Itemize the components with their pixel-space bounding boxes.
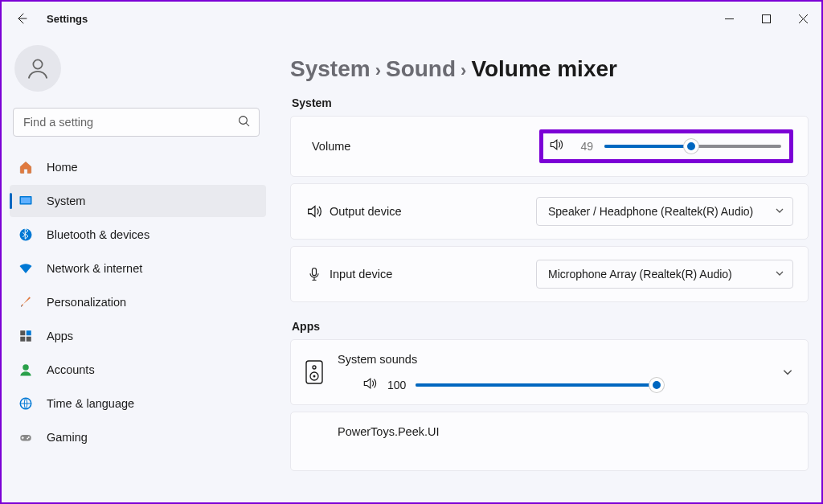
nav-label: Personalization bbox=[47, 296, 126, 309]
globe-icon bbox=[18, 395, 34, 412]
svg-rect-0 bbox=[762, 14, 770, 23]
volume-label: Volume bbox=[312, 140, 350, 153]
volume-slider[interactable] bbox=[604, 145, 781, 148]
apps-icon bbox=[18, 328, 34, 344]
body: Home System Bluetooth & devices Network … bbox=[2, 35, 821, 502]
chevron-down-icon bbox=[775, 268, 784, 281]
section-heading-system: System bbox=[292, 96, 809, 109]
volume-slider-highlight: 49 bbox=[539, 129, 793, 163]
output-device-label: Output device bbox=[330, 205, 401, 218]
chevron-down-icon bbox=[775, 205, 784, 218]
svg-rect-9 bbox=[27, 337, 31, 342]
nav-label: Accounts bbox=[47, 363, 95, 376]
back-button[interactable] bbox=[13, 10, 31, 27]
app-body: PowerToys.Peek.UI bbox=[338, 425, 793, 438]
breadcrumb-sound[interactable]: Sound bbox=[386, 56, 456, 82]
input-device-selected: Microphone Array (Realtek(R) Audio) bbox=[548, 268, 732, 281]
search-icon bbox=[237, 114, 252, 132]
input-device-dropdown[interactable]: Microphone Array (Realtek(R) Audio) bbox=[536, 260, 793, 289]
window-controls bbox=[710, 6, 821, 31]
search-input[interactable] bbox=[13, 108, 260, 137]
output-device-selected: Speaker / Headphone (Realtek(R) Audio) bbox=[548, 205, 753, 218]
sidebar: Home System Bluetooth & devices Network … bbox=[2, 35, 271, 502]
nav-list: Home System Bluetooth & devices Network … bbox=[10, 151, 266, 453]
svg-point-10 bbox=[23, 364, 29, 371]
app-volume-slider[interactable] bbox=[416, 383, 657, 387]
nav-label: System bbox=[47, 195, 85, 207]
breadcrumb-system[interactable]: System bbox=[290, 56, 371, 82]
speaker-icon[interactable] bbox=[362, 375, 378, 395]
user-avatar[interactable] bbox=[14, 45, 61, 92]
app-title: Settings bbox=[47, 13, 88, 25]
nav-label: Home bbox=[47, 161, 78, 174]
main-content: System › Sound › Volume mixer System Vol… bbox=[271, 35, 821, 502]
gamepad-icon bbox=[18, 429, 34, 445]
wifi-icon bbox=[18, 260, 34, 277]
chevron-down-icon bbox=[782, 367, 793, 378]
minimize-button[interactable] bbox=[710, 6, 747, 31]
nav-label: Network & internet bbox=[47, 262, 142, 275]
svg-rect-6 bbox=[20, 330, 25, 335]
nav-item-home[interactable]: Home bbox=[10, 151, 266, 183]
svg-point-14 bbox=[27, 438, 28, 440]
app-card-system-sounds: System sounds 100 bbox=[290, 339, 809, 405]
speaker-icon[interactable] bbox=[548, 137, 564, 156]
nav-item-network[interactable]: Network & internet bbox=[10, 252, 266, 285]
nav-item-accounts[interactable]: Accounts bbox=[10, 354, 266, 386]
app-volume-row: 100 bbox=[362, 375, 768, 395]
output-device-card: Output device Speaker / Headphone (Realt… bbox=[290, 183, 809, 240]
titlebar: Settings bbox=[2, 2, 821, 35]
person-icon bbox=[26, 56, 50, 80]
titlebar-left: Settings bbox=[13, 10, 88, 27]
svg-point-19 bbox=[313, 375, 316, 378]
svg-point-5 bbox=[20, 229, 32, 241]
volume-card: Volume 49 bbox=[290, 116, 809, 177]
app-body: System sounds 100 bbox=[338, 353, 768, 395]
account-icon bbox=[18, 362, 34, 378]
nav-label: Bluetooth & devices bbox=[47, 228, 149, 241]
svg-rect-4 bbox=[21, 198, 31, 204]
nav-item-time-language[interactable]: Time & language bbox=[10, 387, 266, 420]
output-device-dropdown[interactable]: Speaker / Headphone (Realtek(R) Audio) bbox=[536, 197, 793, 226]
nav-label: Apps bbox=[47, 330, 73, 342]
chevron-right-icon: › bbox=[375, 60, 381, 81]
maximize-button[interactable] bbox=[747, 6, 784, 31]
app-name: System sounds bbox=[338, 353, 768, 366]
back-arrow-icon bbox=[15, 12, 28, 25]
input-device-label: Input device bbox=[330, 268, 392, 281]
nav-item-bluetooth[interactable]: Bluetooth & devices bbox=[10, 219, 266, 251]
nav-item-apps[interactable]: Apps bbox=[10, 320, 266, 352]
app-card-powertoys: PowerToys.Peek.UI bbox=[290, 412, 809, 471]
input-device-card: Input device Microphone Array (Realtek(R… bbox=[290, 246, 809, 302]
svg-point-17 bbox=[313, 366, 316, 369]
svg-rect-8 bbox=[20, 337, 25, 342]
app-row: PowerToys.Peek.UI bbox=[305, 425, 793, 438]
nav-item-system[interactable]: System bbox=[10, 185, 266, 217]
speaker-device-icon bbox=[305, 360, 323, 387]
app-row: System sounds 100 bbox=[305, 353, 793, 395]
system-icon bbox=[18, 193, 34, 209]
svg-point-1 bbox=[33, 59, 42, 68]
speaker-output-icon bbox=[305, 203, 323, 220]
svg-point-2 bbox=[240, 117, 248, 125]
svg-point-13 bbox=[28, 436, 30, 438]
nav-item-gaming[interactable]: Gaming bbox=[10, 421, 266, 453]
breadcrumb-current: Volume mixer bbox=[471, 56, 617, 82]
nav-label: Gaming bbox=[47, 431, 88, 444]
bluetooth-icon bbox=[18, 227, 34, 243]
expand-button[interactable] bbox=[782, 367, 793, 381]
nav-label: Time & language bbox=[47, 397, 134, 410]
close-icon bbox=[799, 14, 808, 23]
settings-window: Settings Home bbox=[0, 0, 823, 504]
minimize-icon bbox=[725, 14, 734, 23]
maximize-icon bbox=[762, 14, 771, 23]
close-button[interactable] bbox=[784, 6, 821, 31]
breadcrumb: System › Sound › Volume mixer bbox=[290, 56, 809, 82]
microphone-icon bbox=[305, 266, 323, 282]
svg-rect-15 bbox=[313, 268, 317, 276]
svg-rect-7 bbox=[27, 330, 31, 335]
search-box bbox=[13, 108, 260, 137]
app-name: PowerToys.Peek.UI bbox=[338, 425, 793, 438]
nav-item-personalization[interactable]: Personalization bbox=[10, 286, 266, 318]
volume-value: 49 bbox=[575, 140, 593, 153]
